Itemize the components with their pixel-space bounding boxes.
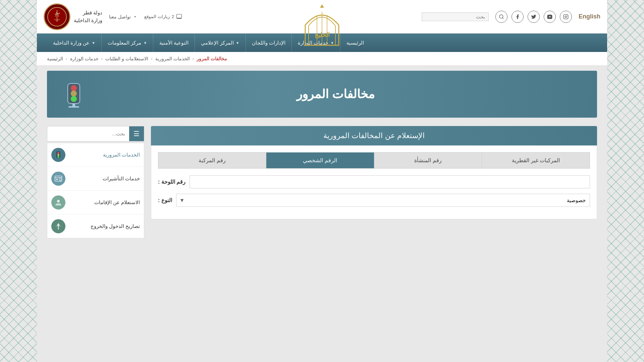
search-icon[interactable]	[495, 11, 507, 23]
svg-point-20	[71, 90, 77, 97]
form-section: الإستعلام عن المخالفات المرورية المركبات…	[151, 126, 597, 219]
svg-point-1	[565, 16, 567, 17]
svg-point-27	[57, 156, 59, 158]
svg-point-33	[57, 200, 60, 202]
nav-home-label: الرئيسية	[346, 40, 364, 46]
main-content: الإستعلام عن المخالفات المرورية المركبات…	[37, 123, 607, 248]
form-tabs: المركبات غير القطرية رقم المنشأة الرقم ا…	[158, 152, 590, 169]
tab-vehicle-label: رقم المركبة	[199, 158, 225, 163]
svg-point-19	[71, 85, 77, 91]
svg-point-3	[499, 15, 503, 18]
nav-departments-label: الإدارات واللجان	[252, 40, 285, 46]
sidebar-item-residence[interactable]: الاستعلام عن الإقامات	[47, 191, 144, 215]
nav-info-label: مركز المعلومات	[108, 40, 141, 46]
twitter-icon[interactable]	[528, 11, 540, 23]
ministry-badge: قطر	[44, 3, 70, 30]
sidebar-item-visa-label: خدمات التأشيرات	[69, 176, 140, 182]
banner-traffic-light-icon	[60, 81, 87, 108]
tab-personal[interactable]: الرقم الشخصي	[266, 153, 374, 168]
form-body: المركبات غير القطرية رقم المنشأة الرقم ا…	[151, 145, 597, 219]
sidebar-search-input[interactable]	[47, 128, 129, 140]
svg-rect-0	[564, 14, 568, 19]
search-bar[interactable]	[422, 12, 489, 21]
youtube-icon[interactable]	[544, 11, 556, 23]
breadcrumb-link-3[interactable]: الخدمات المرورية	[155, 56, 190, 61]
svg-rect-23	[68, 106, 79, 108]
search-input[interactable]	[438, 14, 485, 19]
tab-non-qatari[interactable]: المركبات غير القطرية	[482, 153, 590, 168]
tab-personal-label: الرقم الشخصي	[303, 158, 337, 163]
breadcrumb-current: مخالفات المرور	[197, 56, 227, 61]
svg-point-25	[57, 152, 59, 154]
media-arrow-icon: ▼	[236, 41, 239, 45]
about-arrow-icon: ▼	[92, 41, 95, 45]
svg-text:الخليج: الخليج	[315, 32, 330, 39]
nav-item-awareness[interactable]: التوعية الأمنية	[153, 34, 195, 52]
plate-number-input[interactable]	[190, 175, 590, 188]
sidebar-items: الخدمات المرورية خدمات التأشيرات	[47, 143, 144, 238]
breadcrumb-sep-1: ›	[66, 56, 67, 61]
top-bar-left: 2 زيارات الموقع تواصل معنا دولة قطر وزار…	[44, 3, 182, 30]
svg-point-2	[567, 15, 567, 15]
svg-line-4	[502, 18, 503, 19]
type-select-wrapper: خصوصية تجاري حكومي دبلوماسي ▼	[176, 194, 590, 207]
type-label: النوع :	[158, 197, 172, 203]
sidebar-item-residence-label: الاستعلام عن الإقامات	[69, 199, 140, 205]
sidebar-item-travel[interactable]: تصاريح الدخول والخروج	[47, 215, 144, 238]
nav-awareness-label: التوعية الأمنية	[159, 40, 189, 46]
breadcrumb-link-0[interactable]: الرئيسية	[47, 56, 63, 61]
instagram-icon[interactable]	[560, 11, 572, 23]
nav-item-info[interactable]: ▼ مركز المعلومات	[101, 34, 153, 52]
nav-item-media[interactable]: ▼ المركز الإعلامي	[195, 34, 245, 52]
tab-entity[interactable]: رقم المنشأة	[374, 153, 482, 168]
plate-number-row: رقم اللوحة :	[158, 175, 590, 188]
site-logo: الخليج	[295, 0, 349, 54]
svg-marker-8	[320, 4, 324, 8]
tab-non-qatari-label: المركبات غير القطرية	[512, 158, 560, 163]
type-select[interactable]: خصوصية تجاري حكومي دبلوماسي	[176, 194, 590, 207]
nav-media-label: المركز الإعلامي	[201, 40, 233, 46]
svg-point-26	[57, 154, 59, 156]
visitor-label: زيارات الموقع	[144, 14, 170, 19]
tab-vehicle[interactable]: رقم المركبة	[158, 153, 266, 168]
plate-number-label: رقم اللوحة :	[158, 179, 185, 185]
sidebar-item-traffic[interactable]: الخدمات المرورية	[47, 143, 144, 167]
sidebar-item-visa[interactable]: خدمات التأشيرات	[47, 167, 144, 191]
visitor-counter[interactable]: 2 زيارات الموقع	[144, 14, 182, 20]
hamburger-icon: ☰	[133, 130, 140, 137]
top-bar: English	[37, 0, 607, 34]
social-icons	[495, 11, 572, 23]
contact-label: تواصل معنا	[109, 14, 131, 19]
left-decoration	[0, 0, 37, 362]
svg-rect-30	[56, 179, 58, 180]
contact-button[interactable]: تواصل معنا	[109, 14, 138, 19]
ministry-text: دولة قطر وزارة الداخلية	[74, 9, 102, 24]
nav-about-label: عن وزارة الداخلية	[53, 40, 90, 46]
ministry-logo-area: دولة قطر وزارة الداخلية قطر	[44, 3, 102, 30]
breadcrumb-sep-3: ›	[151, 56, 153, 61]
residence-icon	[51, 195, 65, 209]
info-arrow-icon: ▼	[143, 41, 147, 45]
nav-item-about[interactable]: ▼ عن وزارة الداخلية	[47, 34, 101, 52]
facebook-icon[interactable]	[512, 11, 524, 23]
form-title: الإستعلام عن المخالفات المرورية	[323, 131, 424, 140]
sidebar-menu-icon[interactable]: ☰	[129, 126, 144, 141]
english-link[interactable]: English	[579, 13, 600, 20]
breadcrumb-link-2[interactable]: الاستعلامات و الطلبات	[105, 56, 148, 61]
sidebar-item-travel-label: تصاريح الدخول والخروج	[69, 223, 140, 229]
breadcrumb-link-1[interactable]: خدمات الوزارة	[70, 56, 99, 61]
breadcrumb-sep-2: ›	[101, 56, 103, 61]
nav-item-departments[interactable]: الإدارات واللجان	[246, 34, 291, 52]
top-bar-right: English	[422, 11, 600, 23]
breadcrumb-sep-4: ›	[193, 56, 194, 61]
breadcrumb: مخالفات المرور › الخدمات المرورية › الاس…	[37, 52, 607, 66]
visitor-count: 2	[172, 14, 174, 19]
traffic-light-icon	[51, 148, 65, 162]
banner-title: مخالفات المرور	[297, 87, 375, 101]
sidebar: ☰ الخدمات المرورية	[47, 126, 144, 238]
logo-area: الخليج	[295, 0, 349, 54]
sidebar-item-traffic-label: الخدمات المرورية	[69, 152, 140, 158]
ministry-name-line1: دولة قطر	[74, 9, 102, 17]
form-header: الإستعلام عن المخالفات المرورية	[151, 126, 597, 145]
right-decoration	[607, 0, 644, 362]
